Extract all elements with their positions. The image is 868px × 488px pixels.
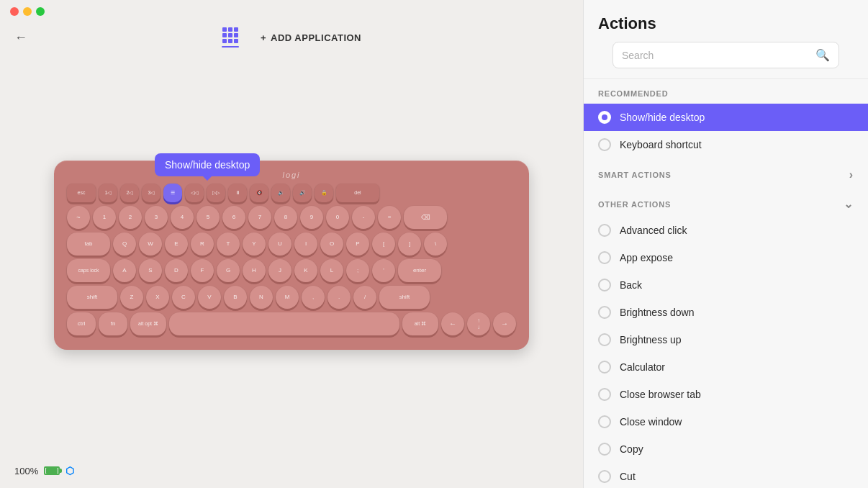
key-equals[interactable]: = — [378, 206, 401, 229]
action-close-browser-tab[interactable]: Close browser tab — [584, 381, 868, 408]
key-f2[interactable]: 2◁ — [120, 184, 139, 202]
key-d[interactable]: D — [165, 259, 188, 282]
back-button[interactable]: ← — [14, 30, 27, 45]
key-minus[interactable]: - — [352, 206, 375, 229]
key-c[interactable]: C — [172, 286, 195, 309]
key-period[interactable]: . — [327, 286, 351, 309]
action-copy[interactable]: Copy — [584, 435, 868, 463]
key-fn[interactable]: fn — [99, 312, 127, 335]
key-7[interactable]: 7 — [248, 206, 271, 229]
fn-row: esc 1◁ 2◁ 3◁ ☰ ◁◁ ▷▷ ⏸ 🔇 🔉 🔊 🔒 del — [67, 184, 516, 202]
key-f[interactable]: F — [191, 259, 214, 282]
key-6[interactable]: 6 — [222, 206, 245, 229]
key-m[interactable]: M — [276, 286, 299, 309]
action-show-hide-desktop[interactable]: Show/hide desktop — [584, 104, 868, 131]
action-app-expose[interactable]: App expose — [584, 244, 868, 271]
action-brightness-down[interactable]: Brightness down — [584, 299, 868, 326]
key-lbracket[interactable]: [ — [372, 232, 395, 256]
key-backslash[interactable]: \ — [424, 232, 447, 256]
key-e[interactable]: E — [165, 232, 188, 256]
action-back[interactable]: Back — [584, 271, 868, 299]
action-label-calculator: Calculator — [620, 361, 665, 373]
key-0[interactable]: 0 — [326, 206, 349, 229]
key-right[interactable]: → — [493, 312, 516, 335]
action-advanced-click[interactable]: Advanced click — [584, 217, 868, 244]
key-space[interactable] — [169, 312, 399, 335]
key-5[interactable]: 5 — [196, 206, 220, 229]
key-lshift[interactable]: shift — [67, 286, 117, 309]
key-j[interactable]: J — [268, 259, 291, 282]
key-f6[interactable]: ▷▷ — [207, 184, 225, 202]
dot-yellow[interactable] — [23, 7, 32, 16]
key-9[interactable]: 9 — [300, 206, 323, 229]
key-del[interactable]: del — [336, 184, 379, 202]
action-brightness-up[interactable]: Brightness up — [584, 326, 868, 353]
key-x[interactable]: X — [146, 286, 169, 309]
key-f1[interactable]: 1◁ — [99, 184, 117, 202]
section-recommended[interactable]: RECOMMENDED — [584, 79, 868, 104]
key-g[interactable]: G — [217, 259, 240, 282]
action-cut[interactable]: Cut — [584, 463, 868, 488]
key-b[interactable]: B — [224, 286, 247, 309]
key-f4[interactable]: ☰ — [163, 184, 182, 202]
key-h[interactable]: H — [243, 259, 266, 282]
key-f11[interactable]: 🔒 — [315, 184, 333, 202]
dot-red[interactable] — [10, 7, 19, 16]
key-p[interactable]: P — [346, 232, 369, 256]
key-slash[interactable]: / — [353, 286, 376, 309]
key-ralt[interactable]: alt ⌘ — [402, 312, 438, 335]
key-a[interactable]: A — [113, 259, 136, 282]
key-f7[interactable]: ⏸ — [228, 184, 247, 202]
key-f5[interactable]: ◁◁ — [185, 184, 204, 202]
dot-green[interactable] — [36, 7, 45, 16]
key-y[interactable]: Y — [243, 232, 266, 256]
key-l[interactable]: L — [320, 259, 343, 282]
key-caps[interactable]: caps lock — [67, 259, 110, 282]
key-3[interactable]: 3 — [145, 206, 168, 229]
key-f8[interactable]: 🔇 — [250, 184, 268, 202]
key-backspace[interactable]: ⌫ — [404, 206, 447, 229]
key-n[interactable]: N — [250, 286, 273, 309]
key-4[interactable]: 4 — [171, 206, 194, 229]
key-rshift[interactable]: shift — [379, 286, 430, 309]
action-calculator[interactable]: Calculator — [584, 353, 868, 381]
search-button[interactable]: 🔍 — [815, 48, 830, 62]
section-recommended-label: RECOMMENDED — [598, 89, 668, 98]
key-i[interactable]: I — [294, 232, 317, 256]
key-tab[interactable]: tab — [67, 232, 110, 256]
key-u[interactable]: U — [268, 232, 291, 256]
key-esc[interactable]: esc — [67, 184, 96, 202]
key-f9[interactable]: 🔉 — [271, 184, 290, 202]
key-q[interactable]: Q — [113, 232, 136, 256]
key-v[interactable]: V — [198, 286, 221, 309]
key-comma[interactable]: , — [302, 286, 325, 309]
key-ctrl[interactable]: ctrl — [67, 312, 96, 335]
action-close-window[interactable]: Close window — [584, 408, 868, 435]
key-t[interactable]: T — [217, 232, 240, 256]
key-k[interactable]: K — [294, 259, 317, 282]
key-rbracket[interactable]: ] — [398, 232, 421, 256]
key-w[interactable]: W — [139, 232, 162, 256]
key-2[interactable]: 2 — [119, 206, 142, 229]
key-left[interactable]: ← — [441, 312, 464, 335]
key-quote[interactable]: ' — [372, 259, 395, 282]
key-1[interactable]: 1 — [93, 206, 116, 229]
key-lalt[interactable]: alt opt ⌘ — [130, 312, 166, 335]
apps-icon[interactable] — [222, 27, 239, 48]
key-s[interactable]: S — [139, 259, 162, 282]
search-input[interactable] — [622, 50, 815, 61]
action-keyboard-shortcut[interactable]: Keyboard shortcut — [584, 131, 868, 158]
key-enter[interactable]: enter — [398, 259, 441, 282]
add-application-button[interactable]: + ADD APPLICATION — [261, 32, 361, 43]
key-r[interactable]: R — [191, 232, 214, 256]
key-8[interactable]: 8 — [274, 206, 297, 229]
key-o[interactable]: O — [320, 232, 343, 256]
key-z[interactable]: Z — [120, 286, 143, 309]
key-f3[interactable]: 3◁ — [142, 184, 161, 202]
section-other-actions[interactable]: OTHER ACTIONS ⌄ — [584, 187, 868, 217]
key-backtick[interactable]: ~ — [67, 206, 90, 229]
key-f10[interactable]: 🔊 — [293, 184, 312, 202]
key-up-down[interactable]: ↑↓ — [467, 312, 490, 335]
key-semicolon[interactable]: ; — [346, 259, 369, 282]
section-smart-actions[interactable]: SMART ACTIONS › — [584, 158, 868, 187]
